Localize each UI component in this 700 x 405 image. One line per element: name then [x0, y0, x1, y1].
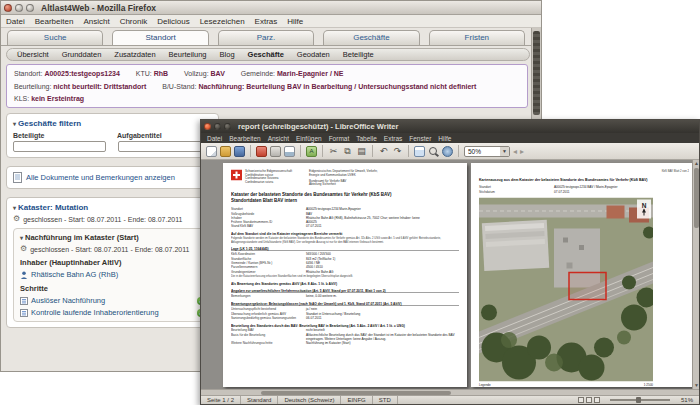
step-row: Kontrolle laufende Inhaberorientierung ✓ [20, 308, 205, 317]
subtab-blog[interactable]: Blog [220, 50, 235, 59]
menu-bearbeiten[interactable]: Bearbeiten [229, 135, 260, 142]
subtab-beurteilung[interactable]: Beurteilung [169, 50, 207, 59]
tab-fristen[interactable]: Fristen [429, 30, 525, 45]
chevron-down-icon: ▼ [500, 147, 509, 156]
step-link[interactable]: Auslöser Nachführung [31, 296, 105, 305]
menu-chronik[interactable]: Chronik [120, 17, 148, 26]
back-arrow-icon[interactable]: ◂ [513, 147, 517, 156]
maximize-button[interactable] [224, 123, 231, 130]
collapse-icon: ▾ [13, 121, 16, 127]
paste-icon[interactable]: ▤ [356, 146, 367, 157]
single-page-view-icon[interactable] [578, 397, 584, 403]
menu-ansicht[interactable]: Ansicht [83, 17, 109, 26]
status-pagestyle[interactable]: Standard [241, 396, 278, 404]
status-insert-mode[interactable]: EINFG [341, 396, 372, 404]
scrollbar-thumb[interactable] [694, 168, 699, 228]
subtab-beteiligte[interactable]: Beteiligte [343, 50, 374, 59]
tab-suche[interactable]: Suche [7, 30, 103, 45]
beteiligte-input[interactable] [13, 141, 106, 152]
spellcheck-icon[interactable]: A [306, 146, 317, 157]
inhaber-link[interactable]: Rhätische Bahn AG (RhB) [31, 270, 118, 279]
menu-hilfe[interactable]: Hilfe [287, 17, 303, 26]
subtab-grunddaten[interactable]: Grunddaten [62, 50, 102, 59]
zoom-slider[interactable] [610, 399, 670, 401]
page-preview-icon[interactable] [284, 146, 295, 157]
copy-icon[interactable]: ⧉ [342, 146, 353, 157]
subtab-zusatzdaten[interactable]: Zusatzdaten [114, 50, 155, 59]
menu-delicious[interactable]: Delicious [157, 17, 189, 26]
firefox-menubar: Datei Bearbeiten Ansicht Chronik Delicio… [1, 15, 541, 28]
menu-format[interactable]: Format [329, 135, 350, 142]
standort-info-box: Standort: A00025:testgeops1234 KTU: RhB … [6, 64, 528, 108]
close-button[interactable] [204, 123, 211, 130]
menu-ansicht[interactable]: Ansicht [268, 135, 289, 142]
print-icon[interactable] [270, 146, 281, 157]
forward-arrow-icon[interactable]: ▸ [520, 147, 524, 156]
navigator-icon[interactable] [442, 146, 453, 157]
menu-bearbeiten[interactable]: Bearbeiten [35, 17, 74, 26]
doc-section-heading: Als Bewertung des Standortes gemäss Altl… [231, 281, 459, 285]
tab-geschaefte[interactable]: Geschäfte [323, 30, 419, 45]
menu-lesezeichen[interactable]: Lesezeichen [200, 17, 245, 26]
inhaber-label: Inhaber (Hauptinhaber AltlV) [20, 258, 205, 267]
window-title: Altlast4Web - Mozilla Firefox [41, 3, 156, 13]
tab-parzellen[interactable]: Parz. [218, 30, 314, 45]
field-label-beteiligte: Beteiligte [13, 132, 117, 139]
firefox-titlebar[interactable]: Altlast4Web - Mozilla Firefox [1, 1, 541, 15]
minimize-button[interactable] [15, 4, 23, 12]
menu-extras[interactable]: Extras [384, 135, 402, 142]
info-value: Marin-Epagnier / NE [277, 70, 344, 77]
gear-icon: ⚙ [20, 245, 27, 253]
insert-table-icon[interactable] [414, 146, 425, 157]
task-icon [20, 309, 28, 317]
scrollbar-thumb[interactable] [533, 31, 540, 115]
subtab-uebersicht[interactable]: Übersicht [17, 50, 49, 59]
info-value: nicht beurteilt: Drittstandort [53, 83, 146, 90]
doc-row: Weitere NachführungsschritteNachführung … [231, 341, 459, 345]
export-pdf-icon[interactable] [256, 146, 267, 157]
task-icon [20, 297, 28, 305]
step-link[interactable]: Kontrolle laufende Inhaberorientierung [31, 308, 159, 317]
tab-standort[interactable]: Standort [112, 30, 208, 45]
menu-tabelle[interactable]: Tabelle [356, 135, 377, 142]
cut-icon[interactable]: ✂ [328, 146, 339, 157]
menu-hilfe[interactable]: Hilfe [438, 135, 451, 142]
main-tabs: Suche Standort Parz. Geschäfte Fristen [7, 30, 525, 46]
zoom-slider-knob[interactable] [636, 397, 641, 403]
menu-datei[interactable]: Datei [207, 135, 222, 142]
nachfuehrung-title[interactable]: ▾Nachführung im Kataster (Start) [20, 233, 205, 242]
subtab-geodaten[interactable]: Geodaten [297, 50, 330, 59]
find-icon[interactable] [428, 146, 439, 157]
scroll-up-icon[interactable]: ▲ [693, 160, 700, 167]
info-value: BAV [211, 70, 225, 77]
menu-extras[interactable]: Extras [255, 17, 278, 26]
open-icon[interactable] [220, 146, 231, 157]
minimize-button[interactable] [214, 123, 221, 130]
multi-page-view-icon[interactable] [586, 397, 592, 403]
info-line-2: Beurteilung: nicht beurteilt: Drittstand… [14, 81, 520, 94]
status-selection-mode[interactable]: STD [373, 396, 398, 404]
kataster-title[interactable]: ▾Kataster: Mutation [13, 203, 212, 212]
scroll-down-icon[interactable]: ▼ [693, 382, 700, 389]
menu-einfuegen[interactable]: Einfügen [296, 135, 322, 142]
all-documents-link[interactable]: Alle Dokumente und Bemerkungen anzeigen [26, 173, 175, 182]
undo-icon[interactable]: ↶ [378, 146, 389, 157]
maximize-button[interactable] [26, 4, 34, 12]
aufgabentitel-input[interactable] [118, 141, 211, 152]
close-button[interactable] [4, 4, 12, 12]
save-icon[interactable] [234, 146, 245, 157]
book-view-icon[interactable] [594, 397, 600, 403]
vertical-scrollbar[interactable]: ▲ ▼ [692, 160, 699, 389]
menu-datei[interactable]: Datei [6, 17, 25, 26]
filter-box-title[interactable]: ▾Geschäfte filtern [13, 119, 212, 128]
nachfuehrung-box: ▾Nachführung im Kataster (Start) ⚙ gesch… [13, 228, 212, 322]
subtab-geschaefte[interactable]: Geschäfte [248, 50, 284, 59]
new-document-icon[interactable] [206, 146, 217, 157]
status-zoom[interactable]: 51% [675, 396, 699, 404]
status-language[interactable]: Deutsch (Schweiz) [278, 396, 341, 404]
redo-icon[interactable]: ↷ [392, 146, 403, 157]
writer-titlebar[interactable]: report (schreibgeschützt) - LibreOffice … [201, 120, 699, 133]
menu-fenster[interactable]: Fenster [409, 135, 431, 142]
info-label: B/U-Stand: [162, 83, 196, 90]
zoom-combo[interactable]: 50% ▼ [464, 146, 510, 157]
